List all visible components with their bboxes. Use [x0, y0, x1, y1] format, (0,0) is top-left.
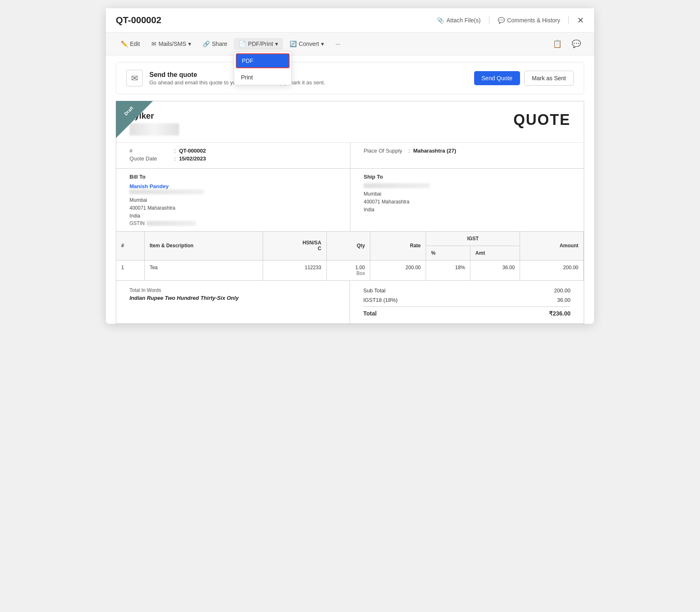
- edit-button[interactable]: ✏️ Edit: [116, 38, 145, 50]
- quote-number-row: # : QT-000002: [129, 148, 337, 154]
- print-option[interactable]: Print: [234, 70, 291, 85]
- header-divider-2: [568, 16, 569, 24]
- item-qty: 1.00Box: [326, 260, 370, 280]
- item-rate: 200.00: [370, 260, 426, 280]
- table-row: 1 Tea 112233 1.00Box 200.00 18% 36.00 20…: [116, 260, 584, 280]
- attach-files-button[interactable]: 📎 Attach File(s): [437, 17, 480, 24]
- ship-state-zip: 400071 Maharashtra: [364, 198, 571, 206]
- close-button[interactable]: ✕: [577, 15, 584, 25]
- send-banner-left: ✉ Send the quote Go ahead and email this…: [126, 70, 325, 86]
- header-actions: 📎 Attach File(s) 💬 Comments & History ✕: [437, 15, 584, 25]
- draft-ribbon: Draft: [116, 101, 153, 138]
- th-item-desc: Item & Description: [144, 232, 263, 261]
- th-igst: IGST: [426, 232, 520, 246]
- items-table: # Item & Description HSN/SAC Qty Rate IG…: [116, 232, 584, 281]
- quote-meta-left: # : QT-000002 Quote Date : 15/02/2023: [116, 143, 350, 168]
- table-header-row: # Item & Description HSN/SAC Qty Rate IG…: [116, 232, 584, 246]
- bill-to-section: Bill To Manish Pandey Mumbai 400071 Maha…: [116, 169, 350, 231]
- sub-total-label: Sub Total: [363, 287, 386, 294]
- pdf-print-menu: PDF Print: [234, 51, 292, 85]
- th-igst-amt: Amt: [470, 246, 520, 260]
- quote-date-value: 15/02/2023: [179, 155, 206, 162]
- toolbar: ✏️ Edit ✉ Mails/SMS ▾ 🔗 Share 📄 PDF/Prin…: [106, 33, 594, 55]
- toolbar-right: 📋 💬: [549, 37, 584, 51]
- item-amount: 200.00: [520, 260, 584, 280]
- colon-2: :: [174, 155, 176, 162]
- checklist-button[interactable]: 📋: [549, 37, 565, 51]
- gstin-value-blur: [146, 221, 196, 226]
- send-quote-button[interactable]: Send Quote: [474, 71, 520, 85]
- ship-to-label: Ship To: [364, 174, 571, 180]
- item-num: 1: [116, 260, 144, 280]
- share-icon: 🔗: [203, 41, 210, 47]
- paperclip-icon: 📎: [437, 17, 444, 24]
- pdf-icon: 📄: [239, 41, 246, 47]
- bill-to-label: Bill To: [129, 174, 337, 180]
- th-igst-pct: %: [426, 246, 470, 260]
- colon-1: :: [174, 148, 176, 154]
- pdf-print-button[interactable]: 📄 PDF/Print ▾: [234, 38, 283, 50]
- comment-icon: 💬: [498, 17, 505, 24]
- gstin-row: GSTIN: [129, 220, 337, 226]
- client-name[interactable]: Manish Pandey: [129, 183, 337, 189]
- item-igst-pct: 18%: [426, 260, 470, 280]
- quote-meta: # : QT-000002 Quote Date : 15/02/2023 Pl…: [116, 143, 584, 169]
- ship-to-section: Ship To Mumbai 400071 Maharashtra India: [350, 169, 584, 231]
- ship-country: India: [364, 206, 571, 214]
- quote-document: Zylker QUOTE # : QT-000002 Quote Date :: [116, 101, 584, 324]
- quote-title: QUOTE: [513, 111, 571, 129]
- pdf-option[interactable]: PDF: [236, 53, 290, 68]
- item-name: Tea: [144, 260, 263, 280]
- share-button[interactable]: 🔗 Share: [198, 38, 232, 50]
- quote-number-value: QT-000002: [179, 148, 206, 154]
- quote-footer: Total In Words Indian Rupee Two Hundred …: [116, 281, 584, 323]
- chat-button[interactable]: 💬: [568, 37, 584, 51]
- send-banner-actions: Send Quote Mark as Sent: [474, 71, 574, 86]
- mails-sms-button[interactable]: ✉ Mails/SMS ▾: [146, 38, 196, 50]
- footer-right: Sub Total 200.00 IGST18 (18%) 36.00 Tota…: [350, 281, 584, 323]
- grand-total-row: Total ₹236.00: [363, 306, 571, 318]
- checklist-icon: 📋: [553, 39, 562, 48]
- comments-history-button[interactable]: 💬 Comments & History: [498, 17, 560, 24]
- bill-state-zip: 400071 Maharashtra: [129, 204, 337, 212]
- quote-number-label: #: [129, 148, 171, 154]
- convert-chevron-icon: ▾: [321, 41, 324, 47]
- total-in-words-value: Indian Rupee Two Hundred Thirty-Six Only: [129, 295, 336, 301]
- edit-icon: ✏️: [121, 41, 128, 47]
- quote-date-label: Quote Date: [129, 155, 171, 162]
- place-supply-label: Place Of Supply: [364, 148, 405, 154]
- mail-icon: ✉: [151, 41, 156, 47]
- convert-button[interactable]: 🔄 Convert ▾: [285, 38, 329, 50]
- th-hsn-sac: HSN/SAC: [263, 232, 326, 261]
- place-supply-value: Maharashtra (27): [413, 148, 456, 154]
- th-amount: Amount: [520, 232, 584, 261]
- th-qty: Qty: [326, 232, 370, 261]
- item-hsn: 112233: [263, 260, 326, 280]
- header-divider: [489, 16, 489, 24]
- pdf-print-dropdown: 📄 PDF/Print ▾ PDF Print: [234, 38, 283, 50]
- quote-address: Bill To Manish Pandey Mumbai 400071 Maha…: [116, 169, 584, 232]
- grand-total-value: ₹236.00: [549, 310, 571, 317]
- quote-meta-right: Place Of Supply : Maharashtra (27): [350, 143, 584, 168]
- chat-active-icon: 💬: [572, 39, 581, 48]
- bill-city: Mumbai: [129, 196, 337, 204]
- mark-as-sent-button[interactable]: Mark as Sent: [524, 71, 574, 86]
- quote-header-section: Zylker QUOTE: [116, 101, 584, 143]
- colon-3: :: [408, 148, 410, 154]
- igst18-row: IGST18 (18%) 36.00: [363, 295, 571, 305]
- place-supply-row: Place Of Supply : Maharashtra (27): [364, 148, 571, 154]
- document-area: Draft Zylker QUOTE # : QT-000002: [116, 101, 584, 324]
- sub-total-value: 200.00: [554, 287, 571, 294]
- grand-total-label: Total: [363, 310, 376, 317]
- footer-left: Total In Words Indian Rupee Two Hundred …: [116, 281, 350, 323]
- total-in-words-label: Total In Words: [129, 287, 336, 293]
- send-banner: ✉ Send the quote Go ahead and email this…: [116, 62, 584, 94]
- convert-icon: 🔄: [290, 41, 297, 47]
- envelope-icon: ✉: [126, 70, 143, 86]
- modal-header: QT-000002 📎 Attach File(s) 💬 Comments & …: [106, 8, 594, 33]
- more-button[interactable]: ···: [331, 38, 345, 50]
- ship-city: Mumbai: [364, 190, 571, 198]
- pdf-print-chevron-icon: ▾: [275, 41, 278, 47]
- bill-address-blur-1: [129, 189, 204, 194]
- item-igst-amt: 36.00: [470, 260, 520, 280]
